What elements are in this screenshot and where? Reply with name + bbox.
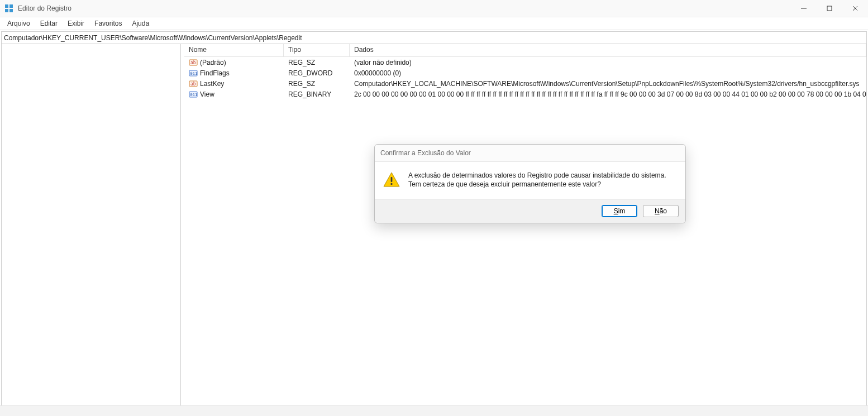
svg-rect-4 (827, 6, 832, 11)
reg-string-icon (189, 58, 198, 67)
svg-rect-1 (9, 4, 13, 8)
menu-favoritos[interactable]: Favoritos (89, 18, 127, 28)
dialog-yes-button[interactable]: Sim (602, 205, 637, 217)
value-data-cell: Computador\HKEY_LOCAL_MACHINE\SOFTWARE\M… (350, 80, 866, 88)
value-type-cell: REG_SZ (284, 59, 350, 66)
maximize-button[interactable] (817, 0, 842, 17)
dialog-no-button[interactable]: Não (643, 205, 679, 217)
dialog-title: Confirmar a Exclusão do Valor (375, 145, 685, 162)
status-bar (0, 405, 868, 416)
tree-pane[interactable] (2, 44, 181, 405)
value-name-cell: FindFlags (184, 69, 284, 78)
value-data-cell: 0x00000000 (0) (350, 69, 866, 77)
reg-string-icon (189, 79, 198, 88)
value-name: (Padrão) (200, 59, 226, 66)
value-row[interactable]: LastKeyREG_SZComputador\HKEY_LOCAL_MACHI… (184, 78, 866, 89)
value-name: LastKey (200, 80, 224, 88)
reg-binary-icon (189, 90, 198, 99)
value-type-cell: REG_BINARY (284, 90, 350, 98)
dialog-yes-accel: S (614, 207, 618, 215)
dialog-message: A exclusão de determinados valores do Re… (408, 171, 678, 189)
value-name-cell: (Padrão) (184, 58, 284, 67)
svg-rect-0 (5, 4, 8, 8)
value-data-cell: 2c 00 00 00 00 00 00 00 01 00 00 00 ff f… (350, 90, 866, 98)
confirm-delete-dialog: Confirmar a Exclusão do Valor A exclusão… (374, 144, 686, 223)
value-row[interactable]: ViewREG_BINARY2c 00 00 00 00 00 00 00 01… (184, 89, 866, 99)
column-header-type[interactable]: Tipo (284, 44, 350, 56)
value-name-cell: LastKey (184, 79, 284, 88)
titlebar: Editor do Registro (0, 0, 868, 17)
value-type-cell: REG_SZ (284, 80, 350, 88)
warning-icon (383, 171, 400, 189)
value-name: FindFlags (200, 69, 230, 77)
dialog-button-row: Sim Não (375, 199, 685, 223)
address-path: Computador\HKEY_CURRENT_USER\Software\Mi… (4, 34, 302, 42)
column-header-data[interactable]: Dados (350, 44, 866, 56)
values-pane: Nome Tipo Dados (Padrão)REG_SZ(valor não… (184, 44, 866, 405)
list-header: Nome Tipo Dados (184, 44, 866, 57)
regedit-app-icon (4, 4, 13, 13)
close-button[interactable] (842, 0, 868, 17)
svg-point-6 (390, 183, 392, 185)
svg-rect-5 (391, 177, 393, 182)
menu-exibir[interactable]: Exibir (63, 18, 89, 28)
minimize-button[interactable] (791, 0, 817, 17)
dialog-no-accel: N (655, 207, 660, 215)
svg-rect-3 (9, 9, 13, 12)
main-area: Nome Tipo Dados (Padrão)REG_SZ(valor não… (1, 44, 867, 406)
value-row[interactable]: FindFlagsREG_DWORD0x00000000 (0) (184, 68, 866, 78)
value-name: View (200, 90, 214, 98)
address-bar[interactable]: Computador\HKEY_CURRENT_USER\Software\Mi… (1, 31, 867, 45)
menu-editar[interactable]: Editar (35, 18, 63, 28)
menubar: Arquivo Editar Exibir Favoritos Ajuda (0, 17, 868, 30)
value-row[interactable]: (Padrão)REG_SZ(valor não definido) (184, 57, 866, 68)
value-data-cell: (valor não definido) (350, 59, 866, 66)
menu-arquivo[interactable]: Arquivo (2, 18, 35, 28)
svg-rect-2 (5, 9, 8, 12)
column-header-name[interactable]: Nome (184, 44, 284, 56)
window-title: Editor do Registro (18, 4, 71, 12)
reg-binary-icon (189, 69, 198, 78)
menu-ajuda[interactable]: Ajuda (127, 18, 154, 28)
value-rows: (Padrão)REG_SZ(valor não definido)FindFl… (184, 57, 866, 405)
value-type-cell: REG_DWORD (284, 69, 350, 77)
value-name-cell: View (184, 90, 284, 99)
